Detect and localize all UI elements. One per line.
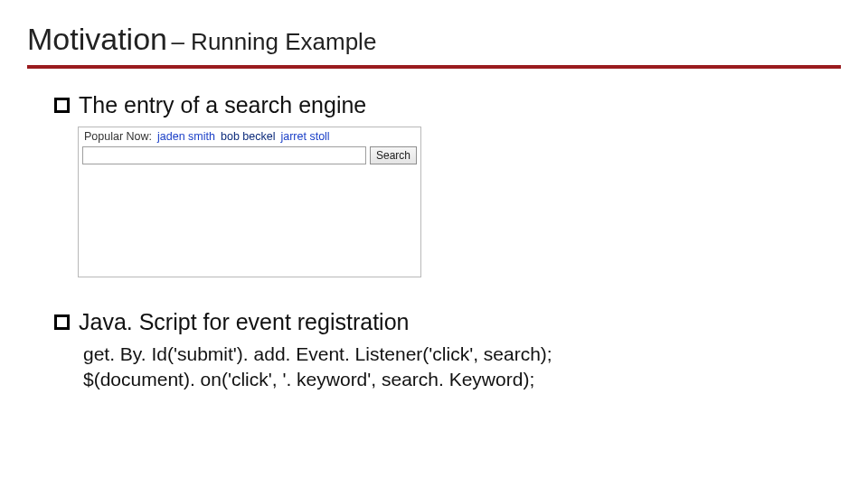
keyword-link-2[interactable]: bob beckel (221, 130, 275, 143)
bullet-icon (54, 98, 70, 113)
keyword-link-3[interactable]: jarret stoll (280, 130, 329, 143)
title-sub: – Running Example (171, 28, 376, 55)
slide: Motivation – Running Example The entry o… (0, 0, 868, 488)
keyword-link-1[interactable]: jaden smith (157, 130, 215, 143)
code-block: get. By. Id('submit'). add. Event. Liste… (83, 342, 552, 393)
bullet-js-registration: Java. Script for event registration (54, 309, 409, 335)
code-line-2: $(document). on('click', '. keyword', se… (83, 367, 552, 392)
search-engine-screenshot: Popular Now: jaden smith bob beckel jarr… (78, 127, 421, 277)
bullet-search-engine: The entry of a search engine (54, 92, 366, 118)
bullet-icon (54, 314, 70, 330)
results-area (79, 168, 420, 277)
search-row: Search (79, 146, 420, 168)
search-input[interactable] (82, 146, 366, 164)
popular-label: Popular Now: (84, 130, 152, 143)
popular-now-row: Popular Now: jaden smith bob beckel jarr… (79, 127, 420, 146)
bullet-text: Java. Script for event registration (79, 309, 409, 335)
title-main: Motivation (27, 22, 167, 56)
slide-title: Motivation – Running Example (27, 22, 376, 57)
title-underline (27, 65, 841, 69)
code-line-1: get. By. Id('submit'). add. Event. Liste… (83, 342, 552, 367)
bullet-text: The entry of a search engine (79, 92, 366, 118)
search-button[interactable]: Search (370, 146, 417, 164)
